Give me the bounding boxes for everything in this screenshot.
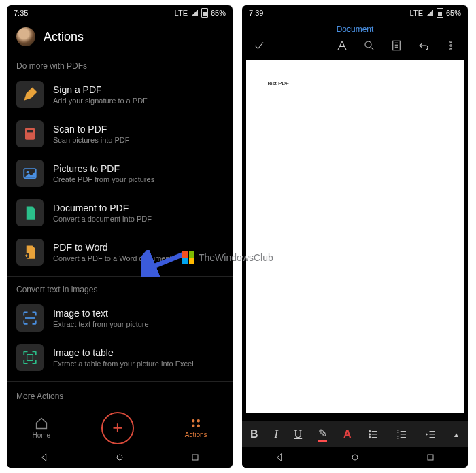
document-page[interactable]: Test PDF [246,60,464,413]
svg-point-37 [352,455,358,460]
action-sub: Scan pictures into PDF [53,136,130,144]
right-phone-document: 7:39 LTE 65% Document Test PDF B [242,5,468,468]
svg-point-3 [27,171,29,174]
ocr-green-icon [16,344,44,371]
home-nav-icon[interactable] [350,452,360,463]
svg-point-18 [450,41,452,43]
action-sub: Convert a PDF to a Word document [53,254,172,262]
section-more: More Actions [7,385,233,408]
format-toolbar: B I U ✎ A ▲ [242,421,468,447]
doc-body-text: Test PDF [267,80,289,86]
svg-point-23 [369,434,371,435]
expand-button[interactable]: ▲ [453,431,460,438]
action-title: Document to PDF [53,203,152,213]
recents-icon[interactable] [425,452,436,463]
more-icon[interactable] [445,39,457,52]
svg-point-13 [365,41,371,48]
word-orange-icon [16,239,44,266]
battery-icon [437,8,443,18]
svg-point-10 [197,425,201,428]
system-nav [7,447,233,468]
divider [7,381,233,382]
avatar[interactable] [16,27,35,46]
action-title: Scan to PDF [53,124,130,135]
page-title: Actions [44,30,84,44]
fab-add[interactable]: + [101,412,134,444]
document-link[interactable]: Document [337,24,374,34]
bold-button[interactable]: B [250,428,258,440]
divider [7,276,233,277]
image-blue-icon [16,160,44,187]
italic-button[interactable]: I [274,428,277,440]
home-nav-icon[interactable] [114,452,125,463]
ocr-blue-icon [16,304,44,332]
svg-rect-38 [428,455,433,460]
done-icon[interactable] [253,39,265,52]
underline-button[interactable]: U [294,428,303,440]
indent-icon[interactable] [424,428,437,440]
svg-rect-6 [27,355,33,361]
apps-icon [190,417,202,430]
lte-label: LTE [175,9,188,17]
action-image-to-table[interactable]: Image to tableExtract a table from your … [7,338,233,377]
svg-point-9 [192,425,195,428]
action-title: Image to table [53,347,194,358]
scan-red-icon [16,120,44,147]
plus-icon: + [112,417,122,438]
svg-point-7 [192,419,195,423]
action-sub: Extract text from your picture [53,320,149,328]
action-pdf-to-word[interactable]: PDF to WordConvert a PDF to a Word docum… [7,232,233,272]
svg-point-8 [197,419,201,423]
svg-rect-1 [27,130,33,133]
back-icon[interactable] [274,452,285,463]
signal-icon [190,9,199,17]
action-document-to-pdf[interactable]: Document to PDFConvert a document into P… [7,193,233,232]
svg-point-19 [450,45,452,46]
lte-label: LTE [410,9,423,17]
action-sub: Extract a table from your picture into E… [53,360,194,368]
undo-icon[interactable] [418,39,430,52]
tab-home-label: Home [32,432,50,439]
action-scan-to-pdf[interactable]: Scan to PDFScan pictures into PDF [7,114,233,154]
doc-canvas[interactable]: Test PDF [242,58,468,421]
battery-icon [201,8,208,18]
highlight-button[interactable]: ✎ [318,427,327,442]
action-title: PDF to Word [53,242,172,253]
reading-icon[interactable] [390,39,403,52]
doc-green-icon [16,199,44,226]
action-image-to-text[interactable]: Image to textExtract text from your pict… [7,298,233,338]
status-bar: 7:39 LTE 65% [242,5,468,20]
status-bar: 7:35 LTE 65% [7,5,233,20]
clock: 7:35 [14,9,28,17]
back-icon[interactable] [39,452,50,463]
font-color-button[interactable]: A [343,428,352,440]
action-sign-a-pdf[interactable]: Sign a PDFAdd your signature to a PDF [7,75,233,114]
recents-icon[interactable] [190,452,201,463]
action-sub: Create PDF from your pictures [53,175,154,183]
action-sub: Add your signature to a PDF [53,97,148,105]
svg-rect-14 [393,41,401,50]
pen-orange-icon [16,81,44,108]
svg-rect-0 [25,128,35,140]
tab-actions-label: Actions [185,431,207,438]
action-pictures-to-pdf[interactable]: Pictures to PDFCreate PDF from your pict… [7,154,233,193]
battery-percent: 65% [211,9,226,17]
action-title: Image to text [53,308,149,319]
action-title: Sign a PDF [53,84,148,95]
doc-toolbar [242,35,468,58]
svg-point-25 [369,436,371,438]
tab-home[interactable]: Home [32,417,50,439]
bullets-icon[interactable] [367,428,379,440]
numbering-icon[interactable] [396,428,408,440]
svg-point-21 [369,430,371,432]
action-title: Pictures to PDF [53,163,154,174]
svg-point-11 [117,455,122,460]
tab-actions[interactable]: Actions [185,417,207,438]
action-sub: Convert a document into PDF [53,215,152,223]
search-icon[interactable] [363,39,375,52]
app-bar: Home + Actions [7,408,233,447]
draw-icon[interactable] [336,39,348,52]
clock: 7:39 [249,9,263,17]
signal-icon [426,9,434,17]
section-convert-text: Convert text in images [7,279,233,298]
